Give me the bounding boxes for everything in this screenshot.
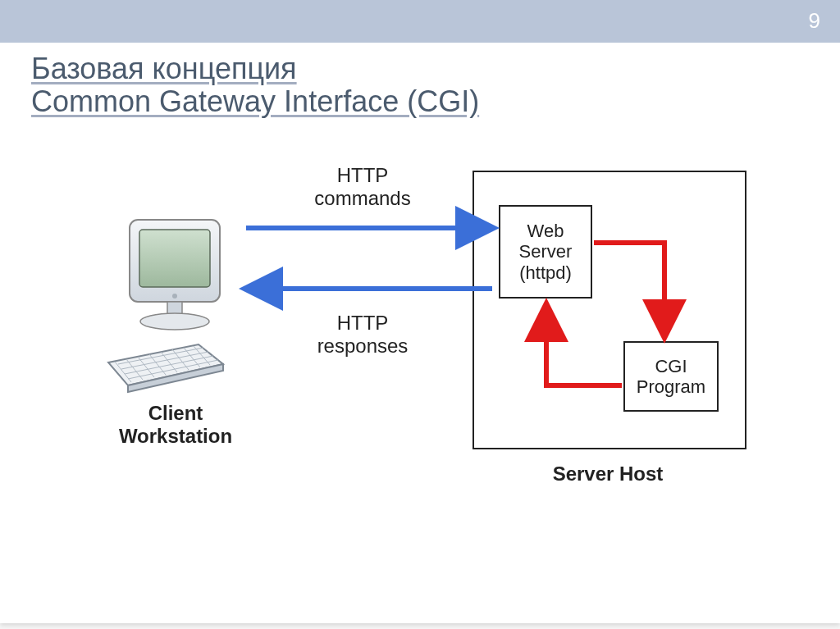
svg-point-2 xyxy=(172,294,177,299)
server-host-label: Server Host xyxy=(472,463,743,485)
svg-rect-1 xyxy=(139,230,210,287)
client-workstation-label: Client Workstation xyxy=(85,402,266,447)
http-commands-label: HTTP commands xyxy=(281,164,445,210)
http-commands-l2: commands xyxy=(314,187,410,209)
web-server-box: Web Server (httpd) xyxy=(499,205,592,299)
http-responses-l1: HTTP xyxy=(337,312,389,334)
slide: 9 Базовая концепция Common Gateway Inter… xyxy=(0,0,840,623)
cgi-program-box: CGI Program xyxy=(623,341,719,412)
http-responses-l2: responses xyxy=(317,335,409,357)
client-label-line2: Workstation xyxy=(119,425,232,447)
client-label-line1: Client xyxy=(148,402,203,424)
web-server-l3: (httpd) xyxy=(519,262,572,283)
diagram-container: Client Workstation HTTP commands HTTP re… xyxy=(0,0,840,623)
http-responses-label: HTTP responses xyxy=(281,312,445,358)
cgi-program-l2: Program xyxy=(637,376,705,397)
client-workstation-icon xyxy=(105,217,244,405)
http-commands-l1: HTTP xyxy=(337,164,389,186)
web-server-l2: Server xyxy=(519,241,573,262)
web-server-l1: Web xyxy=(527,221,564,241)
svg-point-4 xyxy=(140,313,209,330)
cgi-program-l1: CGI xyxy=(655,356,687,376)
